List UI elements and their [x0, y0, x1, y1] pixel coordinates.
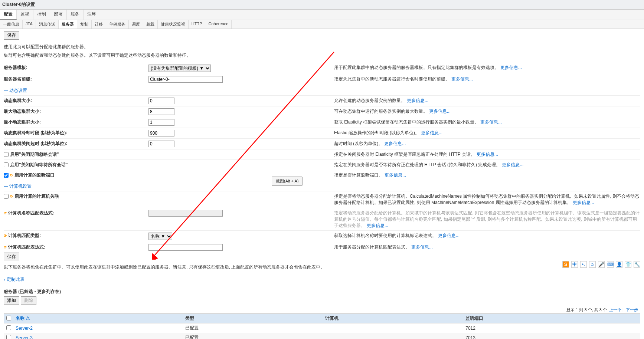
label-dyn-max: 最大动态集群大小: [4, 108, 148, 115]
servers-table: 名称 △ 类型 计算机 监听端口 Server-2 已配置 7012 Serve… [4, 313, 640, 339]
ime-lang-icon[interactable]: 中 [571, 261, 578, 268]
subtab-jta[interactable]: JTA [23, 20, 36, 29]
add-button[interactable]: 添加 [4, 296, 19, 305]
tab-notes[interactable]: 注释 [84, 10, 100, 20]
ime-kbd-icon[interactable]: ⌨ [607, 261, 614, 268]
label-dyn-size: 动态集群大小: [4, 98, 148, 104]
customize-table-link[interactable]: 定制此表 [4, 276, 24, 283]
col-port[interactable]: 监听端口 [463, 314, 640, 323]
ime-mic-icon[interactable]: 🎤 [598, 261, 605, 268]
server-link[interactable]: Server-3 [16, 335, 33, 339]
tab-monitor[interactable]: 监视 [17, 10, 33, 20]
dyn-max-input[interactable] [148, 108, 174, 115]
label-server-prefix: 服务器名前缀: [4, 76, 148, 82]
restart-icon: ⟳ [10, 194, 13, 198]
more-link[interactable]: 更多信息... [421, 130, 442, 135]
name-expr-input [148, 210, 223, 217]
table-title: 服务器 (已筛选 - 更多列存在) [4, 289, 640, 295]
more-link[interactable]: 更多信息... [480, 119, 502, 125]
subtab-overload[interactable]: 超载 [143, 20, 158, 29]
label-match-expr: ⟳计算机匹配表达式: [4, 244, 148, 250]
col-name[interactable]: 名称 △ [16, 316, 30, 321]
main-tabs: 配置 监视 控制 部署 服务 注释 [0, 10, 644, 20]
note-text: 以下服务器将包含在此集群中。可以使用此表在该集群中添加或删除已配置的服务器。请注… [4, 264, 640, 270]
tab-control[interactable]: 控制 [33, 10, 50, 20]
subtab-singleton[interactable]: 单例服务 [106, 20, 129, 29]
ime-face-icon[interactable]: ☺ [589, 261, 596, 268]
ignore-sessions-checkbox[interactable] [4, 152, 9, 157]
match-expr-input[interactable] [148, 244, 223, 251]
dyn-min-input[interactable] [148, 119, 174, 126]
more-link[interactable]: 更多信息... [407, 98, 428, 103]
more-link[interactable]: 更多信息... [385, 172, 406, 178]
table-row: Server-3 已配置 7013 [4, 333, 640, 339]
pager-prev[interactable]: 上一个 [609, 307, 621, 312]
subtab-migration[interactable]: 迁移 [92, 20, 106, 29]
label-dyn-timeout: 动态集群关闭超时 (以秒为单位): [4, 141, 148, 147]
subtab-general[interactable]: 一般信息 [0, 20, 23, 29]
more-link[interactable]: 更多信息... [500, 65, 522, 70]
subtab-http[interactable]: HTTP [189, 20, 206, 29]
label-wait-all-sessions: 启用"关闭期间等待所有会话" [4, 162, 148, 168]
label-ignore-sessions: 启用"关闭期间忽略会话" [4, 151, 148, 158]
row-checkbox[interactable] [6, 335, 11, 339]
subtab-health[interactable]: 健康状况监视 [158, 20, 189, 29]
more-link[interactable]: 更多信息... [502, 162, 523, 167]
ime-s-icon[interactable]: S [562, 261, 569, 268]
dyn-size-input[interactable] [148, 98, 174, 104]
more-link[interactable]: 更多信息... [477, 152, 498, 157]
col-machine[interactable]: 计算机 [323, 314, 463, 323]
table-row: Server-2 已配置 7012 [4, 323, 640, 333]
server-template-select[interactable]: (没有为集群配置的模板) ▼ [148, 65, 211, 72]
select-all-checkbox[interactable] [6, 316, 11, 320]
server-link[interactable]: Server-2 [16, 326, 33, 331]
desc-server-template: 用于配置此集群中的动态服务器的服务器模板。只有指定此集群的模板是有效选项。更多信… [334, 65, 640, 71]
save-button-bottom[interactable]: 保存 [4, 253, 19, 261]
legend-computer: 计算机设置 [4, 183, 640, 190]
legend-dynamic: 动态设置 [4, 88, 640, 94]
subtab-coherence[interactable]: Coherence [205, 20, 232, 29]
col-type[interactable]: 类型 [183, 314, 323, 323]
restart-icon: ⟳ [4, 245, 7, 249]
label-server-template: 服务器模板: [4, 65, 148, 71]
subtab-scheduling[interactable]: 调度 [129, 20, 143, 29]
intro-text: 使用此页可以配置分配给此集群的服务器。 集群可包含明确配置和动态创建的服务器。以… [4, 43, 640, 59]
server-prefix-input[interactable] [148, 76, 223, 83]
screenshot-tooltip: 截图(Alt + A) [272, 177, 303, 186]
match-type-select[interactable]: 名称 ▼ [148, 233, 172, 240]
save-button-top[interactable]: 保存 [4, 31, 19, 40]
listen-port-checkbox[interactable] [4, 173, 9, 178]
row-checkbox[interactable] [6, 325, 11, 330]
pager-next[interactable]: 下一步 [626, 307, 638, 312]
ime-user-icon[interactable]: 👤 [616, 261, 622, 268]
tab-services[interactable]: 服务 [67, 10, 84, 20]
ime-skin-icon[interactable]: 👕 [625, 261, 631, 268]
more-link[interactable]: 更多信息... [367, 223, 388, 228]
more-link[interactable]: 更多信息... [438, 233, 460, 238]
subtab-messaging[interactable]: 消息传送 [36, 20, 59, 29]
dyn-cooldown-input[interactable] [148, 130, 174, 136]
delete-button[interactable]: 删除 [21, 296, 36, 305]
wait-all-checkbox[interactable] [4, 162, 9, 167]
restart-icon: ⟳ [4, 211, 7, 215]
label-listen-port: ⟳启用计算的监听端口 [4, 172, 148, 178]
tab-config[interactable]: 配置 [0, 10, 17, 20]
dyn-timeout-input[interactable] [148, 141, 174, 147]
label-match-type: ⟳计算机匹配类型: [4, 233, 148, 239]
label-name-expr: ⟳计算机名称匹配表达式: [4, 210, 148, 216]
ime-tool-icon[interactable]: 🔧 [634, 261, 640, 268]
ime-punct-icon[interactable]: •، [580, 261, 587, 268]
more-link[interactable]: 更多信息... [451, 76, 473, 82]
more-link[interactable]: 更多信息... [411, 244, 433, 250]
restart-icon: ⟳ [10, 173, 13, 177]
subtab-servers[interactable]: 服务器 [59, 20, 77, 29]
label-dyn-cooldown: 动态集群冷却时段 (以秒为单位): [4, 130, 148, 136]
restart-icon: ⟳ [4, 234, 7, 238]
subtab-replication[interactable]: 复制 [77, 20, 92, 29]
tab-deploy[interactable]: 部署 [50, 10, 67, 20]
more-link[interactable]: 更多信息... [384, 141, 406, 146]
comp-assoc-checkbox[interactable] [4, 194, 9, 199]
ime-toolbar: S 中 •، ☺ 🎤 ⌨ 👤 👕 🔧 [562, 260, 641, 269]
more-link[interactable]: 更多信息... [573, 200, 594, 205]
more-link[interactable]: 更多信息... [429, 109, 451, 114]
